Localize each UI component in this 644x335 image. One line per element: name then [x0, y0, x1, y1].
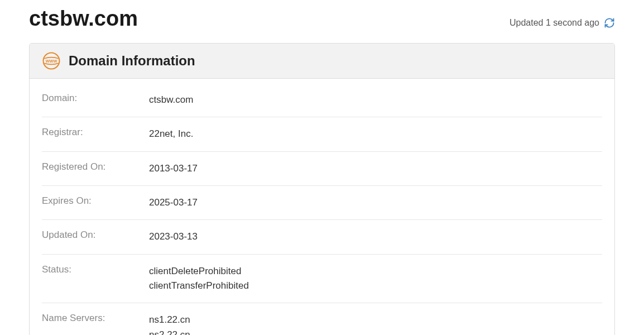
www-icon: WWW [42, 51, 61, 70]
value-expires-on: 2025-03-17 [149, 195, 198, 210]
label-updated-on: Updated On: [42, 229, 149, 244]
row-name-servers: Name Servers: ns1.22.cn ns2.22.cn [42, 303, 602, 335]
page-header: ctsbw.com Updated 1 second ago [29, 7, 615, 31]
label-domain: Domain: [42, 93, 149, 107]
refresh-icon[interactable] [604, 17, 615, 28]
svg-text:WWW: WWW [46, 59, 57, 64]
label-registered-on: Registered On: [42, 161, 149, 176]
value-registrar: 22net, Inc. [149, 127, 193, 141]
card-body: Domain: ctsbw.com Registrar: 22net, Inc.… [30, 79, 614, 335]
value-domain: ctsbw.com [149, 93, 193, 107]
card-header: WWW Domain Information [30, 44, 614, 79]
label-registrar: Registrar: [42, 127, 149, 141]
card-title: Domain Information [69, 53, 195, 69]
value-updated-on: 2023-03-13 [149, 229, 198, 244]
value-name-servers: ns1.22.cn ns2.22.cn [149, 313, 190, 335]
domain-title: ctsbw.com [29, 7, 138, 31]
row-registrar: Registrar: 22net, Inc. [42, 117, 602, 151]
row-updated-on: Updated On: 2023-03-13 [42, 220, 602, 254]
row-registered-on: Registered On: 2013-03-17 [42, 152, 602, 186]
value-registered-on: 2013-03-17 [149, 161, 198, 176]
label-expires-on: Expires On: [42, 195, 149, 210]
row-domain: Domain: ctsbw.com [42, 83, 602, 117]
label-name-servers: Name Servers: [42, 313, 149, 335]
updated-status: Updated 1 second ago [510, 17, 615, 28]
label-status: Status: [42, 264, 149, 294]
row-status: Status: clientDeleteProhibited clientTra… [42, 255, 602, 304]
row-expires-on: Expires On: 2025-03-17 [42, 186, 602, 220]
domain-info-card: WWW Domain Information Domain: ctsbw.com… [29, 43, 615, 335]
value-status: clientDeleteProhibited clientTransferPro… [149, 264, 249, 294]
updated-text: Updated 1 second ago [510, 18, 599, 28]
